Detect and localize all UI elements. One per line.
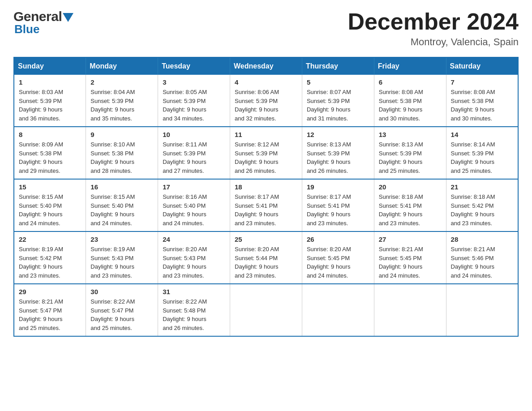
calendar-cell: 15Sunrise: 8:15 AMSunset: 5:40 PMDayligh… bbox=[14, 179, 86, 231]
day-info: Sunrise: 8:07 AMSunset: 5:39 PMDaylight:… bbox=[307, 88, 369, 123]
day-number: 22 bbox=[19, 235, 81, 243]
day-number: 2 bbox=[90, 78, 153, 86]
day-number: 1 bbox=[19, 78, 81, 86]
calendar-cell: 1Sunrise: 8:03 AMSunset: 5:39 PMDaylight… bbox=[14, 75, 86, 127]
day-info: Sunrise: 8:05 AMSunset: 5:39 PMDaylight:… bbox=[163, 88, 225, 123]
day-info: Sunrise: 8:19 AMSunset: 5:43 PMDaylight:… bbox=[90, 245, 153, 280]
calendar-cell: 2Sunrise: 8:04 AMSunset: 5:39 PMDaylight… bbox=[86, 75, 158, 127]
day-number: 8 bbox=[19, 131, 81, 138]
calendar-cell: 3Sunrise: 8:05 AMSunset: 5:39 PMDaylight… bbox=[158, 75, 230, 127]
day-info: Sunrise: 8:11 AMSunset: 5:39 PMDaylight:… bbox=[163, 140, 225, 175]
calendar-cell: 24Sunrise: 8:20 AMSunset: 5:43 PMDayligh… bbox=[158, 231, 230, 284]
col-header-sunday: Sunday bbox=[14, 57, 86, 75]
day-number: 15 bbox=[19, 183, 81, 191]
calendar-cell bbox=[302, 284, 374, 336]
day-info: Sunrise: 8:03 AMSunset: 5:39 PMDaylight:… bbox=[19, 88, 81, 123]
calendar-cell: 26Sunrise: 8:20 AMSunset: 5:45 PMDayligh… bbox=[302, 231, 374, 284]
day-info: Sunrise: 8:21 AMSunset: 5:46 PMDaylight:… bbox=[451, 245, 513, 280]
day-info: Sunrise: 8:16 AMSunset: 5:40 PMDaylight:… bbox=[163, 193, 225, 227]
day-info: Sunrise: 8:20 AMSunset: 5:43 PMDaylight:… bbox=[163, 245, 225, 280]
calendar-cell: 18Sunrise: 8:17 AMSunset: 5:41 PMDayligh… bbox=[230, 179, 302, 231]
day-info: Sunrise: 8:22 AMSunset: 5:48 PMDaylight:… bbox=[163, 297, 225, 332]
day-number: 27 bbox=[379, 235, 442, 243]
day-number: 21 bbox=[451, 183, 513, 191]
calendar-cell: 4Sunrise: 8:06 AMSunset: 5:39 PMDaylight… bbox=[230, 75, 302, 127]
calendar-cell: 5Sunrise: 8:07 AMSunset: 5:39 PMDaylight… bbox=[302, 75, 374, 127]
calendar-cell: 30Sunrise: 8:22 AMSunset: 5:47 PMDayligh… bbox=[86, 284, 158, 336]
day-number: 26 bbox=[307, 235, 369, 243]
page-header: General Blue December 2024 Montroy, Vale… bbox=[13, 9, 519, 48]
day-info: Sunrise: 8:18 AMSunset: 5:42 PMDaylight:… bbox=[451, 193, 513, 227]
day-info: Sunrise: 8:06 AMSunset: 5:39 PMDaylight:… bbox=[235, 88, 297, 123]
calendar-week-row: 22Sunrise: 8:19 AMSunset: 5:42 PMDayligh… bbox=[14, 231, 518, 284]
day-info: Sunrise: 8:09 AMSunset: 5:38 PMDaylight:… bbox=[19, 140, 81, 175]
day-number: 19 bbox=[307, 183, 369, 191]
calendar-cell: 8Sunrise: 8:09 AMSunset: 5:38 PMDaylight… bbox=[14, 127, 86, 179]
col-header-friday: Friday bbox=[374, 57, 446, 75]
calendar-week-row: 1Sunrise: 8:03 AMSunset: 5:39 PMDaylight… bbox=[14, 75, 518, 127]
col-header-wednesday: Wednesday bbox=[230, 57, 302, 75]
calendar-cell: 29Sunrise: 8:21 AMSunset: 5:47 PMDayligh… bbox=[14, 284, 86, 336]
day-number: 29 bbox=[19, 288, 81, 295]
calendar-cell: 27Sunrise: 8:21 AMSunset: 5:45 PMDayligh… bbox=[374, 231, 446, 284]
day-number: 24 bbox=[163, 235, 225, 243]
col-header-saturday: Saturday bbox=[446, 57, 518, 75]
day-number: 6 bbox=[379, 78, 442, 86]
calendar-week-row: 15Sunrise: 8:15 AMSunset: 5:40 PMDayligh… bbox=[14, 179, 518, 231]
calendar-cell: 25Sunrise: 8:20 AMSunset: 5:44 PMDayligh… bbox=[230, 231, 302, 284]
day-info: Sunrise: 8:12 AMSunset: 5:39 PMDaylight:… bbox=[235, 140, 297, 175]
day-info: Sunrise: 8:20 AMSunset: 5:44 PMDaylight:… bbox=[235, 245, 297, 280]
calendar-cell: 31Sunrise: 8:22 AMSunset: 5:48 PMDayligh… bbox=[158, 284, 230, 336]
day-number: 14 bbox=[451, 131, 513, 138]
calendar-week-row: 8Sunrise: 8:09 AMSunset: 5:38 PMDaylight… bbox=[14, 127, 518, 179]
day-number: 25 bbox=[235, 235, 297, 243]
calendar-cell: 7Sunrise: 8:08 AMSunset: 5:38 PMDaylight… bbox=[446, 75, 518, 127]
logo-arrow-icon bbox=[63, 13, 73, 22]
calendar-week-row: 29Sunrise: 8:21 AMSunset: 5:47 PMDayligh… bbox=[14, 284, 518, 336]
calendar-cell: 6Sunrise: 8:08 AMSunset: 5:38 PMDaylight… bbox=[374, 75, 446, 127]
day-info: Sunrise: 8:10 AMSunset: 5:38 PMDaylight:… bbox=[90, 140, 153, 175]
title-block: December 2024 Montroy, Valencia, Spain bbox=[348, 9, 519, 48]
day-info: Sunrise: 8:19 AMSunset: 5:42 PMDaylight:… bbox=[19, 245, 81, 280]
day-number: 28 bbox=[451, 235, 513, 243]
day-number: 18 bbox=[235, 183, 297, 191]
day-number: 9 bbox=[90, 131, 153, 138]
day-number: 10 bbox=[163, 131, 225, 138]
day-info: Sunrise: 8:21 AMSunset: 5:47 PMDaylight:… bbox=[19, 297, 81, 332]
calendar-cell: 10Sunrise: 8:11 AMSunset: 5:39 PMDayligh… bbox=[158, 127, 230, 179]
day-number: 4 bbox=[235, 78, 297, 86]
day-info: Sunrise: 8:22 AMSunset: 5:47 PMDaylight:… bbox=[90, 297, 153, 332]
day-info: Sunrise: 8:14 AMSunset: 5:39 PMDaylight:… bbox=[451, 140, 513, 175]
svg-marker-0 bbox=[63, 13, 73, 22]
calendar-cell: 21Sunrise: 8:18 AMSunset: 5:42 PMDayligh… bbox=[446, 179, 518, 231]
calendar-cell: 22Sunrise: 8:19 AMSunset: 5:42 PMDayligh… bbox=[14, 231, 86, 284]
day-info: Sunrise: 8:15 AMSunset: 5:40 PMDaylight:… bbox=[19, 193, 81, 227]
col-header-thursday: Thursday bbox=[302, 57, 374, 75]
calendar-cell bbox=[446, 284, 518, 336]
day-number: 30 bbox=[90, 288, 153, 295]
calendar-cell: 23Sunrise: 8:19 AMSunset: 5:43 PMDayligh… bbox=[86, 231, 158, 284]
day-number: 13 bbox=[379, 131, 442, 138]
day-info: Sunrise: 8:13 AMSunset: 5:39 PMDaylight:… bbox=[379, 140, 442, 175]
calendar-cell bbox=[230, 284, 302, 336]
calendar-cell: 12Sunrise: 8:13 AMSunset: 5:39 PMDayligh… bbox=[302, 127, 374, 179]
day-info: Sunrise: 8:08 AMSunset: 5:38 PMDaylight:… bbox=[379, 88, 442, 123]
day-number: 23 bbox=[90, 235, 153, 243]
day-info: Sunrise: 8:18 AMSunset: 5:41 PMDaylight:… bbox=[379, 193, 442, 227]
logo: General Blue bbox=[13, 9, 73, 36]
logo-blue-text: Blue bbox=[14, 22, 39, 36]
col-header-tuesday: Tuesday bbox=[158, 57, 230, 75]
calendar-cell: 11Sunrise: 8:12 AMSunset: 5:39 PMDayligh… bbox=[230, 127, 302, 179]
day-number: 31 bbox=[163, 288, 225, 295]
col-header-monday: Monday bbox=[86, 57, 158, 75]
day-info: Sunrise: 8:04 AMSunset: 5:39 PMDaylight:… bbox=[90, 88, 153, 123]
day-info: Sunrise: 8:13 AMSunset: 5:39 PMDaylight:… bbox=[307, 140, 369, 175]
day-number: 5 bbox=[307, 78, 369, 86]
calendar-cell: 17Sunrise: 8:16 AMSunset: 5:40 PMDayligh… bbox=[158, 179, 230, 231]
day-info: Sunrise: 8:17 AMSunset: 5:41 PMDaylight:… bbox=[307, 193, 369, 227]
calendar-cell: 16Sunrise: 8:15 AMSunset: 5:40 PMDayligh… bbox=[86, 179, 158, 231]
day-number: 12 bbox=[307, 131, 369, 138]
day-number: 16 bbox=[90, 183, 153, 191]
calendar-cell: 19Sunrise: 8:17 AMSunset: 5:41 PMDayligh… bbox=[302, 179, 374, 231]
month-title: December 2024 bbox=[348, 9, 519, 34]
